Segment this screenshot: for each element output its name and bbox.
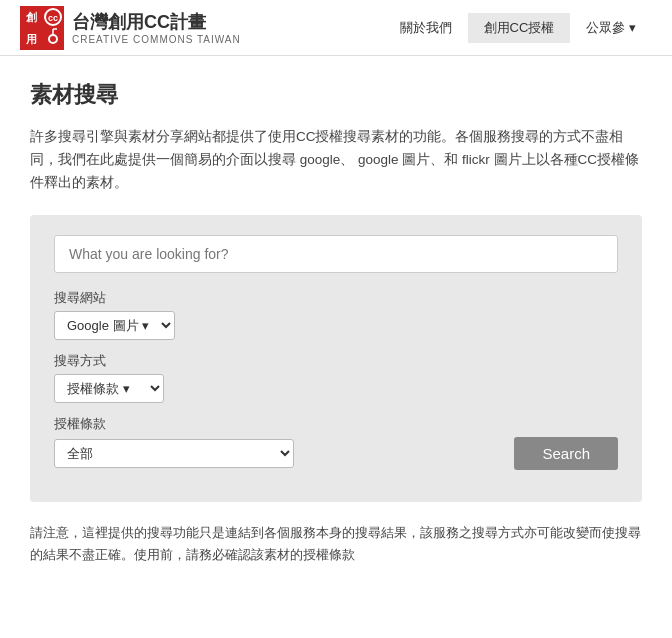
search-panel: 搜尋網站 Google 圖片 ▾ Google Flickr 搜尋方式 授權條款… — [30, 215, 642, 502]
logo-title: 台灣創用CC計畫 — [72, 10, 241, 34]
license-select[interactable]: 全部 姓名標示 姓名標示-相同方式分享 姓名標示-禁止改作 姓名標示-非商業性 … — [54, 439, 294, 468]
svg-text:用: 用 — [25, 33, 37, 45]
logo-area: 創 cc 用 台灣創用CC計畫 CREATIVE COMMONS TAIWAN — [20, 6, 241, 50]
search-button[interactable]: Search — [514, 437, 618, 470]
license-label: 授權條款 — [54, 415, 618, 433]
license-form-row: 授權條款 全部 姓名標示 姓名標示-相同方式分享 姓名標示-禁止改作 姓名標示-… — [54, 415, 618, 470]
method-label: 搜尋方式 — [54, 352, 618, 370]
method-select[interactable]: 授權條款 ▾ 其他 — [54, 374, 164, 403]
cc-logo-icon: 創 cc 用 — [20, 6, 64, 50]
nav-bar: 關於我們 創用CC授權 公眾參 — [384, 13, 652, 43]
nav-about[interactable]: 關於我們 — [384, 13, 468, 43]
main-content: 素材搜尋 許多搜尋引擎與素材分享網站都提供了使用CC授權搜尋素材的功能。各個服務… — [0, 56, 672, 590]
svg-text:創: 創 — [25, 11, 37, 23]
site-label: 搜尋網站 — [54, 289, 618, 307]
site-form-row: 搜尋網站 Google 圖片 ▾ Google Flickr — [54, 289, 618, 340]
page-title: 素材搜尋 — [30, 80, 642, 110]
nav-public[interactable]: 公眾參 — [570, 13, 652, 43]
svg-text:cc: cc — [48, 13, 58, 23]
notice-text: 請注意，這裡提供的搜尋功能只是連結到各個服務本身的搜尋結果，該服務之搜尋方式亦可… — [30, 522, 642, 566]
logo-text-area: 台灣創用CC計畫 CREATIVE COMMONS TAIWAN — [72, 10, 241, 45]
logo-subtitle: CREATIVE COMMONS TAIWAN — [72, 34, 241, 45]
page-description: 許多搜尋引擎與素材分享網站都提供了使用CC授權搜尋素材的功能。各個服務搜尋的方式… — [30, 126, 642, 195]
method-form-row: 搜尋方式 授權條款 ▾ 其他 — [54, 352, 618, 403]
site-select[interactable]: Google 圖片 ▾ Google Flickr — [54, 311, 175, 340]
search-text-input[interactable] — [54, 235, 618, 273]
header: 創 cc 用 台灣創用CC計畫 CREATIVE COMMONS TAIWAN … — [0, 0, 672, 56]
license-row-bottom: 全部 姓名標示 姓名標示-相同方式分享 姓名標示-禁止改作 姓名標示-非商業性 … — [54, 437, 618, 470]
search-input-wrap — [54, 235, 618, 273]
nav-license[interactable]: 創用CC授權 — [468, 13, 571, 43]
